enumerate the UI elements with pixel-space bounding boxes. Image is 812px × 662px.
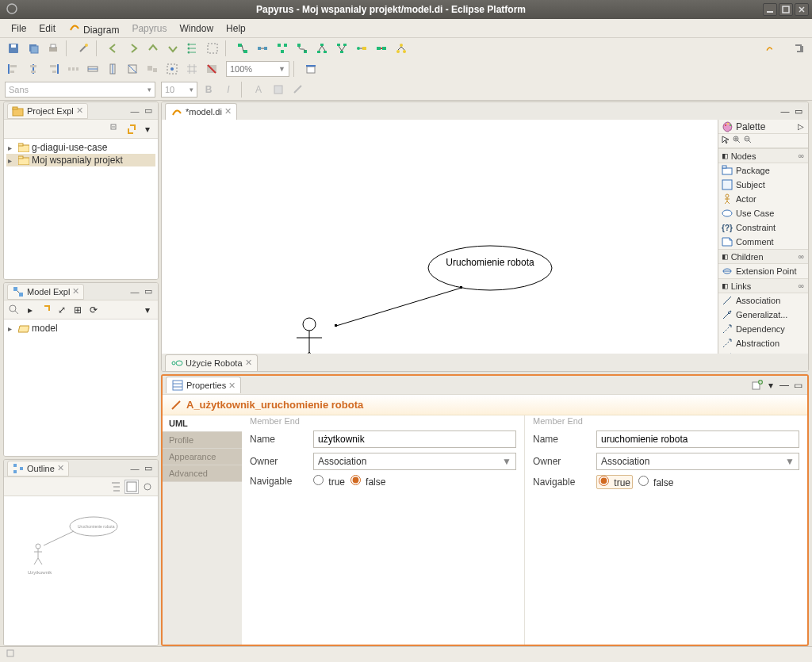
palette-item-actor[interactable]: Actor — [718, 192, 808, 206]
menu-diagram[interactable]: Diagram — [62, 19, 125, 37]
project-explorer-tab[interactable]: Project Expl ✕ — [7, 103, 88, 119]
collapse-all-button[interactable] — [109, 122, 123, 136]
menu-edit[interactable]: Edit — [33, 21, 62, 36]
view-menu-button[interactable]: ▾ — [764, 379, 777, 392]
palette-item-subject[interactable]: Subject — [718, 178, 808, 192]
font-color-button[interactable]: A — [250, 81, 267, 98]
model-root-item[interactable]: ▸ model — [6, 322, 155, 335]
usecase-node[interactable] — [428, 246, 552, 290]
new-diagram-welcome-button[interactable] — [302, 60, 320, 78]
match-size-button[interactable] — [124, 60, 141, 78]
italic-button[interactable]: I — [220, 81, 237, 98]
graph5-button[interactable] — [313, 40, 331, 57]
menu-file[interactable]: File — [5, 21, 33, 36]
maximize-view-button[interactable]: ▭ — [791, 379, 804, 392]
font-size-combo[interactable]: 10▾ — [161, 82, 197, 98]
outline-thumbnail[interactable]: Uzytkownik Uruchomienie robota — [4, 496, 158, 645]
project-item[interactable]: ▸ Moj wspanialy projekt — [6, 154, 155, 166]
prop-cat-appearance[interactable]: Appearance — [163, 449, 242, 465]
close-tab-icon[interactable]: ✕ — [72, 286, 79, 297]
system-menu-icon[interactable] — [3, 3, 21, 17]
graph1-button[interactable] — [234, 40, 251, 57]
graph8-button[interactable] — [373, 40, 390, 57]
graph9-button[interactable] — [393, 40, 410, 57]
diagram-sub-tab[interactable]: Użycie Robota ✕ — [165, 354, 258, 371]
line-color-button[interactable] — [289, 81, 307, 98]
expand-icon[interactable]: ▸ — [8, 143, 16, 152]
zoom-combo[interactable]: 100%▼ — [226, 61, 289, 77]
select-rect-button[interactable] — [163, 60, 181, 78]
palette-collapse-button[interactable]: ▷ — [798, 122, 804, 131]
bold-button[interactable]: B — [200, 81, 217, 98]
close-tab-icon[interactable]: ✕ — [245, 358, 252, 368]
perspective-papyrus-button[interactable] — [756, 40, 787, 57]
right-nav-true[interactable]: true — [596, 475, 633, 489]
left-nav-true[interactable]: true — [313, 475, 345, 488]
close-tab-icon[interactable]: ✕ — [57, 463, 64, 473]
outline-thumb-button[interactable] — [124, 480, 139, 494]
nav-back-button[interactable] — [105, 40, 122, 57]
link-editor-button[interactable] — [124, 122, 139, 136]
minimize-button[interactable] — [763, 3, 777, 16]
menu-help[interactable]: Help — [220, 21, 252, 36]
match-width-button[interactable] — [84, 60, 102, 78]
me-toolbar3[interactable] — [39, 303, 53, 317]
align-center-button[interactable] — [25, 60, 42, 78]
save-all-button[interactable] — [25, 40, 42, 57]
palette-item-package[interactable]: Package — [718, 163, 808, 178]
right-owner-select[interactable]: Association▼ — [596, 453, 799, 470]
properties-tab[interactable]: Properties ✕ — [166, 377, 241, 393]
palette-item-abstraction[interactable]: Abstraction — [718, 336, 808, 350]
menu-papyrus[interactable]: Papyrus — [125, 21, 173, 36]
expand-icon[interactable]: ▸ — [8, 324, 16, 333]
maximize-view-button[interactable]: ▭ — [142, 285, 155, 298]
align-left-button[interactable] — [5, 60, 22, 78]
save-button[interactable] — [5, 40, 22, 57]
minimize-view-button[interactable]: — — [128, 285, 141, 298]
align-right-button[interactable] — [44, 60, 62, 78]
palette-section-children[interactable]: ◧Children∞ — [718, 249, 808, 264]
me-toolbar1[interactable] — [7, 303, 21, 317]
graph6-button[interactable] — [333, 40, 350, 57]
graph7-button[interactable] — [353, 40, 370, 57]
editor-tab[interactable]: *model.di ✕ — [165, 103, 237, 120]
prop-cat-uml[interactable]: UML — [163, 415, 242, 432]
close-tab-icon[interactable]: ✕ — [224, 106, 232, 117]
palette-section-nodes[interactable]: ◧Nodes∞ — [718, 148, 808, 163]
select-all-button[interactable] — [204, 40, 221, 57]
statusbar-icon[interactable] — [5, 648, 16, 661]
wand-button[interactable] — [75, 40, 92, 57]
palette-item-comment[interactable]: Comment — [718, 235, 808, 249]
graph2-button[interactable] — [254, 40, 271, 57]
model-explorer-tab[interactable]: Model Expl ✕ — [7, 284, 84, 300]
palette-item-association[interactable]: Association — [718, 293, 808, 308]
fill-color-button[interactable] — [270, 81, 287, 98]
me-toolbar5[interactable]: ⊞ — [71, 303, 85, 317]
minimize-view-button[interactable]: — — [128, 105, 141, 117]
nav-forward-button[interactable] — [124, 40, 142, 57]
palette-item-constraint[interactable]: {?}Constraint — [718, 220, 808, 235]
outline-tree-button[interactable] — [109, 480, 123, 494]
palette-section-links[interactable]: ◧Links∞ — [718, 278, 808, 293]
prop-cat-advanced[interactable]: Advanced — [163, 465, 242, 482]
minimize-view-button[interactable]: — — [128, 462, 141, 475]
maximize-view-button[interactable]: ▭ — [142, 462, 155, 475]
snap-grid-button[interactable] — [183, 60, 201, 78]
maximize-editor-button[interactable]: ▭ — [792, 105, 805, 117]
nav-up-button[interactable] — [144, 40, 162, 57]
me-toolbar4[interactable]: ⤢ — [55, 303, 69, 317]
left-name-input[interactable] — [313, 430, 516, 448]
graph3-button[interactable] — [274, 40, 291, 57]
arrange-tree-button[interactable] — [184, 40, 201, 57]
close-tab-icon[interactable]: ✕ — [76, 105, 83, 116]
hide-button[interactable] — [203, 60, 220, 78]
palette-item-extpoint[interactable]: Extension Point — [718, 264, 808, 278]
palette-item-dependency[interactable]: Dependency — [718, 322, 808, 336]
actor-node[interactable] — [297, 318, 322, 354]
graph4-button[interactable] — [293, 40, 311, 57]
font-family-combo[interactable]: Sans▾ — [5, 82, 155, 98]
new-view-button[interactable] — [751, 379, 764, 392]
print-button[interactable] — [44, 40, 62, 57]
pointer-tool[interactable] — [721, 135, 730, 147]
view-menu-button[interactable]: ▾ — [140, 303, 155, 317]
